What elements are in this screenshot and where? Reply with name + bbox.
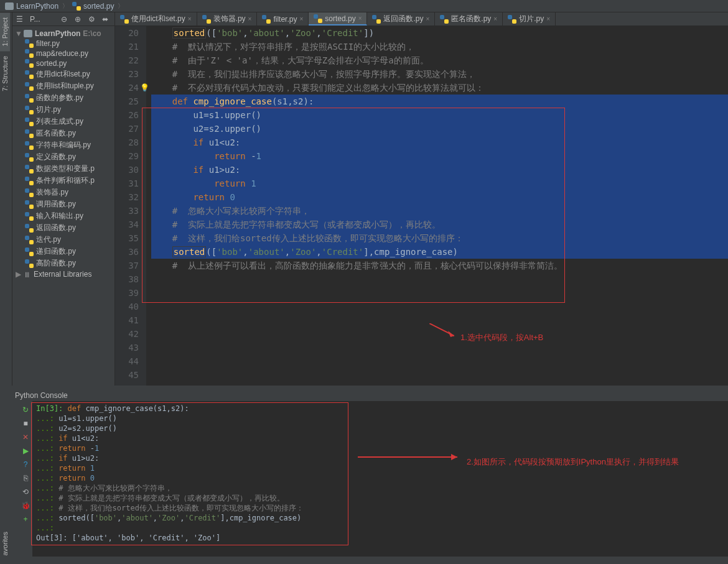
tree-file[interactable]: 使用dict和set.py [12,68,114,80]
chevron-right-icon: 〉 [62,2,68,11]
close-tab-icon[interactable]: × [426,16,429,22]
console-tab-label[interactable]: Python Console [12,390,70,401]
expand-icon[interactable]: ▼ [15,29,21,38]
collapse-icon[interactable]: ⊖ [61,15,70,24]
editor-tab[interactable]: sorted.py× [309,12,367,25]
code-line[interactable]: # 由于'Z' < 'a'，结果，大写字母Z会排在小写字母a的前面。 [151,53,728,67]
tree-file[interactable]: 迭代.py [12,234,114,246]
close-tab-icon[interactable]: × [546,16,550,22]
editor-tab[interactable]: 返回函数.py× [367,12,435,25]
code-line[interactable]: return -1 [151,149,728,163]
project-tool-tab[interactable]: 1: Project [0,12,10,51]
breadcrumb: LearnPython 〉 sorted.py 〉 [0,0,728,12]
help-icon[interactable]: ? [21,460,30,469]
code-line[interactable] [151,327,728,341]
settings-icon[interactable]: ⎘ [21,473,30,483]
close-tab-icon[interactable]: × [493,16,497,22]
rerun-icon[interactable]: ↻ [21,405,30,415]
tree-file[interactable]: 数据类型和变量.p [12,163,114,175]
code-line[interactable]: def cmp_ignore_case(s1,s2): [151,95,728,108]
tree-file-label: sorted.py [36,59,67,68]
history-icon[interactable]: ⟲ [21,487,30,497]
code-line[interactable]: # 从上述例子可以看出，高阶函数的抽象能力是非常强大的，而且，核心代码可以保持得… [151,259,728,272]
console-line: ...: if u1<u2: [36,433,724,443]
tree-file[interactable]: 切片.py [12,104,114,116]
close-tab-icon[interactable]: × [358,15,362,22]
tree-file[interactable]: 调用函数.py [12,198,114,210]
code-line[interactable]: # 实际上就是先把字符串都变成大写（或者都变成小写），再比较。 [151,218,728,231]
project-dropdown-label[interactable]: P... [30,15,40,24]
console-output[interactable]: In[3]: def cmp_ignore_case(s1,s2): ...: … [32,401,728,557]
code-line[interactable]: # 这样，我们给sorted传入上述比较函数，即可实现忽略大小写的排序： [151,231,728,245]
tree-file[interactable]: 输入和输出.py [12,210,114,222]
code-line[interactable]: # 默认情况下，对字符串排序，是按照ASCII的大小比较的， [151,40,728,53]
run-icon[interactable]: ▶ [21,446,30,456]
stop-icon[interactable]: ■ [21,418,30,428]
tree-file[interactable]: 列表生成式.py [12,116,114,127]
editor-tab[interactable]: 装饰器.py× [197,12,258,25]
tree-file[interactable]: filter.py [12,39,114,49]
code-line[interactable]: if u1>u2: [151,163,728,177]
code-line[interactable] [151,368,728,382]
library-icon: ⫼ [24,270,31,279]
code-line[interactable]: 💡 # 不必对现有代码大加改动，只要我们能定义出忽略大小写的比较算法就可以： [151,81,728,95]
code-line[interactable] [151,354,728,368]
python-file-icon [25,236,34,244]
code-line[interactable] [151,341,728,354]
breadcrumb-root[interactable]: LearnPython [5,2,58,11]
code-line[interactable] [151,300,728,313]
tree-file[interactable]: 函数的参数.py [12,92,114,104]
code-line[interactable]: if u1<u2: [151,136,728,149]
editor-tab[interactable]: filter.py× [257,12,309,25]
code-line[interactable] [151,286,728,300]
structure-tool-tab[interactable]: 7: Structure [0,51,10,96]
code-body[interactable]: sorted(['bob','about','Zoo','Credit']) #… [146,26,728,386]
tree-file[interactable]: sorted.py [12,58,114,68]
code-line[interactable]: u1=s1.upper() [151,108,728,122]
code-line[interactable]: u2=s2.upper() [151,122,728,136]
line-number: 21 [115,40,139,53]
code-line[interactable]: # 忽略大小写来比较两个字符串， [151,204,728,218]
line-number: 27 [115,122,139,136]
hide-icon[interactable]: ⬌ [102,15,111,24]
code-line[interactable]: sorted(['bob','about','Zoo','Credit']) [151,26,728,40]
tree-file[interactable]: 字符串和编码.py [12,139,114,151]
tree-file[interactable]: 高阶函数.py [12,257,114,269]
tree-file[interactable]: 使用list和tuple.py [12,80,114,92]
tree-file[interactable]: 装饰器.py [12,187,114,198]
editor-tab[interactable]: 匿名函数.py× [435,12,503,25]
close-icon[interactable]: ✕ [21,432,30,442]
close-tab-icon[interactable]: × [299,16,303,22]
external-libraries[interactable]: ▶ ⫼ External Libraries [12,269,114,279]
code-line[interactable]: return 0 [151,190,728,204]
code-line[interactable] [151,272,728,286]
code-area[interactable]: 2021222324252627282930313233343536373839… [115,26,728,386]
breadcrumb-file[interactable]: sorted.py [72,2,114,11]
tree-file-label: 条件判断和循环.p [36,175,95,186]
code-line[interactable] [151,313,728,327]
tab-label: 返回函数.py [383,14,423,24]
tree-file[interactable]: map&reduce.py [12,49,114,58]
tree-file[interactable]: 定义函数.py [12,151,114,163]
tree-root[interactable]: ▼ LearnPython E:\co [12,29,114,39]
tree-file[interactable]: 返回函数.py [12,222,114,234]
close-tab-icon[interactable]: × [188,16,192,22]
favorites-tab[interactable]: avorites [0,527,10,561]
project-dropdown-icon[interactable]: ☰ [16,15,25,24]
line-number: 38 [115,272,139,286]
expand-icon[interactable]: ▶ [15,270,21,279]
intention-bulb-icon[interactable]: 💡 [140,81,149,95]
tree-file[interactable]: 递归函数.py [12,246,114,257]
close-tab-icon[interactable]: × [248,16,252,22]
tree-file[interactable]: 匿名函数.py [12,127,114,139]
add-icon[interactable]: + [21,514,30,524]
code-line[interactable]: return 1 [151,177,728,190]
code-line[interactable]: # 现在，我们提出排序应该忽略大小写，按照字母序排序。要实现这个算法， [151,67,728,81]
tree-file[interactable]: 条件判断和循环.p [12,175,114,187]
gear-icon[interactable]: ⚙ [88,15,97,24]
debug-icon[interactable]: 🐞 [21,501,30,511]
code-line[interactable]: sorted(['bob','about','Zoo','Credit'],cm… [151,245,728,259]
target-icon[interactable]: ⊕ [75,15,83,24]
editor-tab[interactable]: 使用dict和set.py× [115,12,197,25]
editor-tab[interactable]: 切片.py× [503,12,556,25]
